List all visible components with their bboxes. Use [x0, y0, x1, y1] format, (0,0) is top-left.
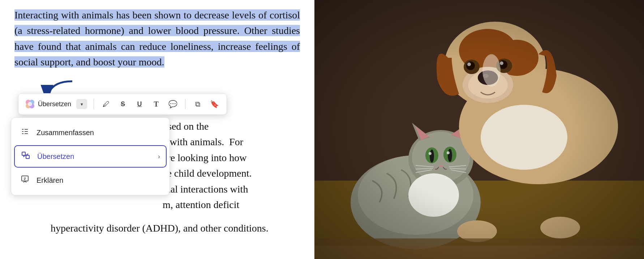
comment-button[interactable]: 💬 [167, 98, 179, 110]
svg-rect-61 [314, 0, 644, 259]
toolbar-divider-2 [185, 99, 185, 109]
highlighter-button[interactable]: 🖊 [100, 98, 112, 110]
toolbar: Übersetzen ▾ 🖊 S U T 💬 ⧉ 🔖 [18, 93, 227, 115]
bottom-text: hyperactivity disorder (ADHD), and other… [51, 220, 311, 236]
zusammenfassen-label: Zusammenfassen [37, 129, 161, 137]
toolbar-divider-1 [94, 99, 94, 109]
strikethrough-button[interactable]: S [117, 98, 129, 110]
erklaeren-label: Erklären [37, 176, 161, 185]
dropdown-item-uebersetzen[interactable]: Übersetzen › [14, 145, 167, 168]
svg-point-5 [28, 102, 32, 106]
pets-illustration [314, 0, 644, 259]
chevron-right-icon: › [158, 153, 160, 160]
dropdown-item-erklaeren[interactable]: Erklären [11, 169, 169, 191]
text-icon: T [154, 100, 158, 108]
toolbar-brand-label: Übersetzen [38, 100, 71, 108]
selected-text: Interacting with animals has been shown … [14, 9, 300, 68]
svg-rect-12 [22, 152, 25, 155]
main-paragraph: Interacting with animals has been shown … [14, 7, 300, 70]
content-area: Interacting with animals has been shown … [0, 0, 314, 259]
bookmark-icon: 🔖 [210, 100, 219, 108]
translate-icon [21, 151, 31, 162]
strikethrough-icon: S [121, 100, 125, 108]
underline-button[interactable]: U [134, 98, 145, 110]
text-button[interactable]: T [150, 98, 162, 110]
copy-button[interactable]: ⧉ [192, 98, 203, 110]
bookmark-button[interactable]: 🔖 [209, 98, 220, 110]
brand-icon [25, 99, 35, 109]
lower-text: used on the e with animals. For are look… [163, 118, 307, 212]
toolbar-brand: Übersetzen [25, 99, 71, 109]
pets-image [314, 0, 644, 259]
explain-icon [20, 175, 30, 186]
comment-icon: 💬 [168, 100, 177, 108]
underline-icon: U [137, 100, 142, 108]
copy-icon: ⧉ [195, 100, 200, 108]
list-icon [20, 127, 30, 138]
toolbar-dropdown-button[interactable]: ▾ [76, 99, 87, 109]
dropdown-menu: Zusammenfassen Übersetzen › [11, 117, 170, 195]
dropdown-arrow-icon: ▾ [81, 102, 83, 107]
uebersetzen-label: Übersetzen [37, 152, 151, 161]
highlighter-icon: 🖊 [103, 100, 110, 108]
dropdown-item-zusammenfassen[interactable]: Zusammenfassen [11, 121, 169, 144]
svg-rect-13 [26, 155, 29, 159]
